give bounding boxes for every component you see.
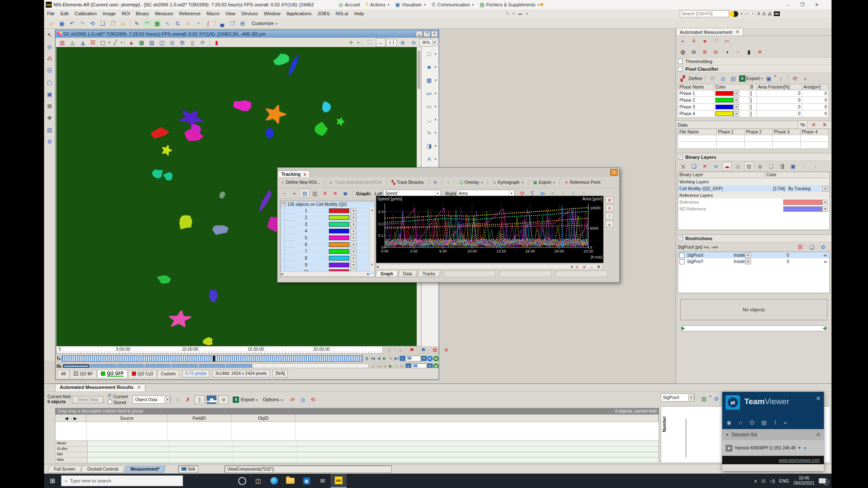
taskbar-cortana[interactable] (234, 474, 250, 488)
column-area-fraction-[interactable]: Area Fraction[%] (757, 84, 802, 90)
phase-row[interactable]: Phase 2▼00 (678, 97, 829, 104)
save-icon[interactable]: ▣ (57, 19, 67, 28)
cell-object[interactable] (203, 338, 212, 344)
tab-automated-measurement-results[interactable]: Automated Measurement Results✕ (55, 384, 145, 391)
color-dropdown[interactable]: ▼ (733, 111, 739, 116)
restriction-checkbox[interactable] (679, 259, 684, 264)
color-dropdown[interactable]: ▼ (351, 208, 356, 214)
binary-checkbox[interactable] (751, 105, 751, 110)
view-matrix-button[interactable]: ⊘ (218, 395, 228, 404)
stgposx-select[interactable]: StgPosX▼ (661, 394, 695, 402)
tracked-object-row[interactable]: 2▼ (281, 214, 375, 221)
overlay-rect-icon[interactable]: □ (424, 50, 434, 58)
color-dropdown[interactable]: ▼ (822, 206, 828, 212)
chat-icon[interactable]: ⊡ (750, 419, 754, 426)
column-area-px-[interactable]: Area[px²] (802, 84, 828, 90)
color-dropdown[interactable]: ▼ (351, 262, 356, 268)
column-phase-1[interactable]: Phase 1 (717, 129, 745, 135)
r-mode-button[interactable]: R (427, 356, 433, 361)
taskbar-explorer[interactable] (282, 474, 298, 488)
zoom-percent-value[interactable]: 36% (420, 39, 432, 46)
cloud-icon[interactable]: ☁ (722, 162, 732, 171)
list-vertical-scrollbar[interactable]: ▲▼ (369, 208, 375, 271)
menu-image[interactable]: Image (100, 9, 119, 18)
overlay-filled-icon[interactable]: ■ (424, 63, 434, 72)
redo-icon[interactable]: ↷ (78, 19, 87, 28)
taskbar-edge[interactable] (266, 474, 282, 488)
phase-color-swatch[interactable] (715, 98, 733, 103)
cell-object[interactable] (337, 118, 344, 125)
split-icon[interactable]: ◫ (157, 38, 167, 47)
binary-layers-header[interactable]: ✓ Binary Layers (676, 153, 832, 161)
restrictions-checkbox[interactable]: ✓ (678, 236, 683, 241)
move-icon[interactable]: ✥ (45, 114, 54, 122)
menu-roi[interactable]: ROI (119, 9, 133, 18)
roi-bean-icon[interactable]: ◡ (424, 115, 434, 124)
tracked-object-row[interactable]: 4▼ (281, 228, 375, 235)
track-binaries[interactable]: ▚Track Binaries (389, 180, 426, 185)
lut-icon[interactable]: ▥ (58, 38, 67, 47)
object-data-select[interactable]: Object Data▼ (133, 396, 171, 404)
last-button[interactable]: ▶Ι (394, 356, 399, 361)
color-dropdown[interactable]: ▼ (733, 91, 739, 96)
copy-doc-icon[interactable]: ❏ (98, 19, 107, 28)
maximize-button[interactable]: ❐ (795, 0, 810, 9)
column-source[interactable]: Source (86, 415, 167, 421)
menu-view[interactable]: View (223, 9, 239, 18)
scroll-right-icon[interactable]: ▶ (571, 264, 573, 269)
updown-icon[interactable]: ⇅ (173, 19, 182, 28)
track-color-swatch[interactable] (329, 229, 349, 233)
add-position-icon[interactable]: ✛ (346, 38, 356, 47)
cell-object[interactable] (323, 102, 331, 112)
binary-measure-icon[interactable]: ▮ (744, 47, 754, 56)
cursor-ibeam-icon[interactable]: Ι (606, 213, 613, 219)
binary-full-icon[interactable]: ◍ (678, 47, 687, 56)
color-dropdown[interactable]: ▼ (733, 104, 739, 110)
phase-color-swatch[interactable] (715, 91, 733, 96)
cell-object[interactable] (164, 173, 172, 180)
restriction-row[interactable]: StgPosYInside▼0∞ (678, 258, 829, 265)
chevron-down-icon[interactable]: ▾ (434, 65, 436, 69)
column-phase-3[interactable]: Phase 3 (773, 129, 801, 135)
clear-restr-icon[interactable]: ☒ (796, 243, 805, 252)
reference-point[interactable]: ✛Reference Point (562, 180, 602, 185)
folder-icon[interactable]: ▭ (118, 19, 128, 28)
font-size-l[interactable]: A (768, 11, 772, 17)
track-color-swatch[interactable] (329, 256, 349, 261)
binary-home-icon[interactable]: ▦ (153, 19, 162, 28)
ribbon-visualiser[interactable]: ▣Visualiser▾ (395, 2, 426, 8)
roi-graph-icon[interactable]: ◬ (68, 38, 77, 47)
copy-chart-icon[interactable]: ▤ (699, 394, 709, 403)
prev-button[interactable]: ◀ (376, 356, 381, 361)
current-frame-marker[interactable] (213, 356, 215, 361)
column-phase-4[interactable]: Phase 4 (801, 129, 829, 135)
speed-minus-button[interactable]: − (400, 356, 405, 361)
chevron-down-icon[interactable]: ▾ (121, 41, 122, 44)
line-dd-icon[interactable]: ╱ (111, 38, 120, 47)
color-dropdown[interactable]: ▼ (351, 215, 356, 220)
zoom-out-icon[interactable]: ⊖ (606, 205, 613, 211)
zoom-1to1-button[interactable]: 1:1 (387, 39, 397, 46)
circle-icon[interactable]: ◎ (167, 38, 177, 47)
minimize-button[interactable]: ▁ (416, 31, 423, 37)
column-fieldid[interactable]: FieldID (167, 415, 231, 421)
options-button[interactable]: Options ▾ (263, 397, 282, 402)
store-data-button[interactable]: Store Data (72, 396, 103, 403)
binary-layer-column[interactable]: Binary Layer (678, 172, 765, 178)
refresh-icon[interactable]: ⟳ (288, 395, 297, 404)
binary-layer-row[interactable]: ND Reference▼ (678, 205, 829, 212)
motion-analysis[interactable]: ✣ (431, 180, 439, 185)
add-restr-icon[interactable]: ❏ (807, 243, 816, 252)
route-icon[interactable]: ⇶ (777, 162, 787, 171)
wave-roi-icon[interactable]: ◮ (78, 38, 87, 47)
eye-icon[interactable]: ◉ (755, 162, 765, 171)
tab-all[interactable]: All (57, 370, 70, 377)
list-view-icon[interactable]: ▤ (300, 189, 309, 198)
next-icon[interactable]: » (396, 346, 405, 355)
close-red-icon[interactable]: ✕ (442, 346, 451, 355)
status-tab-full-screen[interactable]: Full Screen (47, 466, 82, 473)
pointer-icon[interactable]: ↖ (45, 30, 54, 39)
close-icon[interactable]: ✕ (736, 29, 740, 35)
cell-object[interactable] (258, 190, 273, 212)
roi-rect-icon[interactable]: ▭ (424, 102, 434, 111)
